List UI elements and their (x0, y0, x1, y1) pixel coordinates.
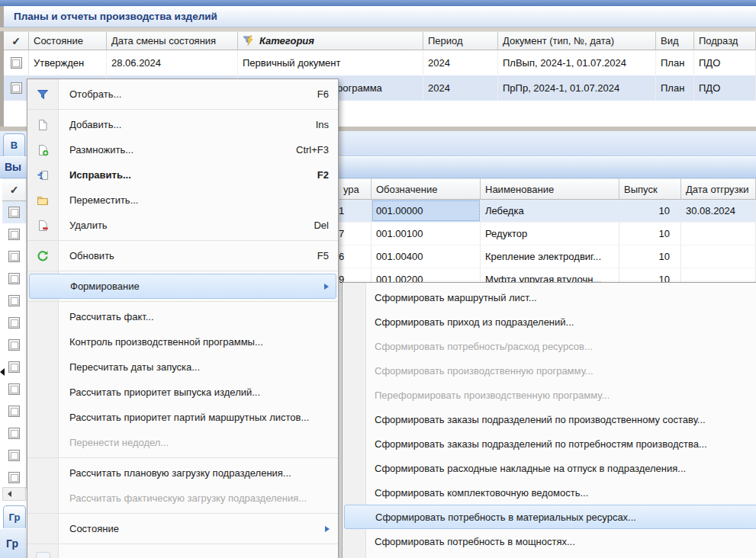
row-checkbox[interactable] (4, 75, 29, 101)
row-checkbox[interactable] (2, 422, 26, 444)
table-row[interactable]: 7 001.00100 Редуктор 10 (336, 223, 756, 245)
row-checkbox[interactable] (2, 467, 26, 489)
menu-item-filter[interactable]: Отобрать... F6 (29, 82, 336, 107)
menu-item-calc-priority-products[interactable]: Рассчитать приоритет выпуска изделий... (29, 380, 336, 405)
top-window-strip (0, 0, 756, 6)
column-header-designation[interactable]: Обозначение (372, 178, 481, 200)
row-checkbox[interactable] (2, 334, 26, 356)
column-header-kind[interactable]: Вид (656, 31, 694, 50)
page-title: Планы и отчеты производства изделий (14, 11, 217, 22)
refresh-icon (36, 249, 50, 263)
splitter-collapse-icon[interactable] (0, 368, 5, 376)
horizontal-scrollbar[interactable] (2, 487, 26, 501)
plans-table-header: ✓ Состояние Дата смены состояния Категор… (4, 31, 756, 50)
row-checkbox[interactable] (4, 50, 29, 75)
column-header-period[interactable]: Период (423, 31, 498, 50)
sort-lightning-icon (243, 35, 254, 46)
menu-item-delete[interactable]: Удалить Del (29, 213, 336, 238)
menu-item-add[interactable]: Добавить... Ins (29, 112, 336, 137)
menu-separator (27, 544, 338, 544)
row-checkbox[interactable] (2, 245, 26, 268)
menu-separator (27, 240, 338, 241)
menu-item-calc-priority-batches[interactable]: Рассчитать приоритет партий маршрутных л… (29, 405, 336, 430)
menu-item-move[interactable]: Переместить... (29, 188, 336, 213)
column-header-state-date[interactable]: Дата смены состояния (107, 31, 238, 50)
column-header-ship-date[interactable]: Дата отгрузки (681, 178, 756, 200)
menu-item-edit[interactable]: Исправить... F2 (29, 162, 336, 188)
menu-separator (27, 457, 338, 458)
submenu-item-picking-list[interactable]: Сформировать комплектовочную ведомость..… (344, 480, 756, 505)
products-table: ура Обозначение Наименование Выпуск Дата… (336, 178, 756, 291)
menu-item-control-program[interactable]: Контроль производственной программы... (29, 329, 336, 354)
submenu-item-orders-by-production-structure[interactable]: Сформировать заказы подразделений по про… (344, 407, 756, 431)
row-checkbox[interactable] (2, 268, 26, 290)
menu-item-refresh[interactable]: Обновить F5 (29, 243, 336, 268)
submenu-item-reform-production-program: Переформировать производственную програм… (344, 383, 756, 407)
check-column-header[interactable]: ✓ (4, 31, 29, 50)
submenu-arrow-icon (324, 284, 329, 290)
row-checkbox[interactable] (2, 444, 26, 467)
column-header-state[interactable]: Состояние (29, 31, 107, 50)
menu-separator (27, 271, 338, 271)
products-table-header: ура Обозначение Наименование Выпуск Дата… (336, 178, 756, 200)
lower-panel-tab[interactable]: В (3, 133, 25, 156)
panel-title-bar: Планы и отчеты производства изделий (4, 6, 756, 27)
submenu-item-resource-need: Сформировать потребность/расход ресурсов… (344, 334, 756, 358)
document-icon (36, 552, 50, 558)
selected-cell: 001.00000 (372, 200, 481, 222)
column-header-document[interactable]: Документ (тип, №, дата) (498, 31, 656, 50)
row-selector-column: ✓ (2, 178, 27, 489)
submenu-item-route-sheet[interactable]: Сформировать маршрутный лист... (344, 285, 756, 309)
lower-panel-caption: Вы (5, 161, 21, 173)
submenu-item-receipt-from-departments[interactable]: Сформировать приход из подразделений... (344, 309, 756, 334)
add-document-icon (36, 118, 50, 132)
bottom-panel-caption: Гр (6, 537, 18, 550)
submenu-item-production-program: Сформировать производственную программу.… (344, 358, 756, 383)
menu-item-state[interactable]: Состояние (29, 516, 336, 541)
menu-item-formirovanie[interactable]: Формирование (29, 274, 336, 299)
scroll-left-button[interactable] (3, 488, 16, 500)
row-checkbox[interactable] (2, 290, 26, 312)
row-checkbox[interactable] (2, 378, 26, 400)
menu-separator (27, 513, 338, 514)
submenu-item-material-resource-need[interactable]: Сформировать потребность в материальных … (344, 505, 756, 529)
menu-separator (27, 301, 338, 302)
column-header-category[interactable]: Категория (238, 31, 423, 50)
row-checkbox[interactable] (2, 201, 26, 223)
column-header-nomenclature[interactable]: ура (336, 178, 372, 200)
menu-item-transfer-backlog: Перенести недодел... (29, 430, 336, 455)
table-row-selected[interactable]: 1 001.00000 Лебедка 10 30.08.2024 (336, 200, 756, 223)
column-header-name[interactable]: Наименование (481, 178, 619, 200)
left-arrow-icon (8, 491, 11, 497)
submenu-item-orders-by-production-needs[interactable]: Сформировать заказы подразделений по пот… (344, 431, 756, 456)
submenu-arrow-icon (325, 526, 330, 532)
context-menu: Отобрать... F6 Добавить... Ins Размножит… (27, 79, 339, 558)
menu-item-recalc-launch-dates[interactable]: Пересчитать даты запуска... (29, 354, 336, 380)
submenu-item-expense-invoices[interactable]: Сформировать расходные накладные на отпу… (344, 456, 756, 480)
bottom-panel-tab[interactable]: Гр (3, 505, 26, 528)
submenu-item-capacity-need[interactable]: Сформировать потребность в мощностях... (344, 529, 756, 553)
duplicate-document-icon (36, 143, 50, 157)
edit-icon (36, 168, 50, 182)
table-row[interactable]: 6 001.00400 Крепление электродвиг... 10 (336, 245, 756, 268)
column-header-department[interactable]: Подразд (694, 31, 756, 50)
menu-item-calc-planned-load[interactable]: Рассчитать плановую загрузку подразделен… (29, 460, 336, 486)
formirovanie-submenu: Сформировать маршрутный лист... Сформиро… (342, 282, 756, 558)
menu-item-calc-fact[interactable]: Рассчитать факт... (29, 304, 336, 329)
row-checkbox[interactable] (2, 356, 26, 378)
menu-item-duplicate[interactable]: Размножить... Ctrl+F3 (29, 137, 336, 162)
check-column-header[interactable]: ✓ (2, 178, 26, 201)
filter-icon (36, 88, 50, 101)
row-checkbox[interactable] (2, 223, 26, 245)
row-checkbox[interactable] (2, 400, 26, 422)
menu-separator (27, 109, 338, 110)
table-row[interactable]: Утвержден 28.06.2024 Первичный документ … (4, 50, 756, 75)
row-checkbox[interactable] (2, 312, 26, 334)
menu-item-calc-actual-load: Рассчитать фактическую загрузку подразде… (29, 486, 336, 511)
delete-document-icon (36, 219, 50, 232)
column-header-output[interactable]: Выпуск (619, 178, 681, 200)
move-folder-icon (36, 194, 50, 207)
menu-item-partial[interactable] (29, 547, 336, 558)
